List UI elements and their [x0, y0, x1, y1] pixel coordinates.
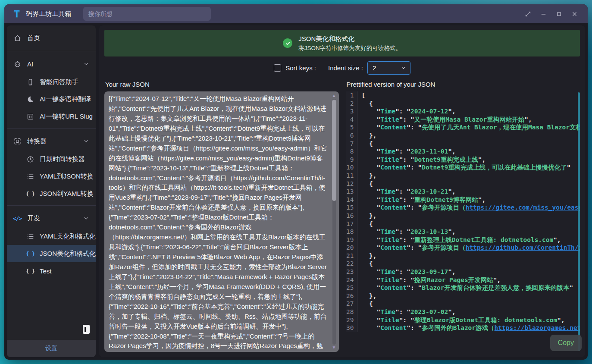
raw-json-scrollbar[interactable]: ▲ ▼	[331, 93, 337, 351]
code-url-link[interactable]: https://blazorgames.net/	[495, 324, 580, 331]
code-segment: ": "	[395, 268, 410, 275]
line-number: 3	[346, 107, 357, 116]
code-segment: Title	[380, 196, 399, 203]
code-segment: Title	[380, 317, 399, 323]
scroll-down-icon[interactable]: ▼	[332, 345, 337, 350]
code-content: },	[357, 132, 377, 140]
code-url-link[interactable]: https://gitee.com/miss_you/easy-admin	[466, 204, 580, 211]
main-content: JSON美化和格式化 将JSON字符串修饰为友好的可读格式。 Sort keys…	[99, 25, 585, 357]
sort-keys-checkbox[interactable]	[274, 64, 281, 72]
code-segment: {	[362, 180, 373, 187]
line-number: 14	[346, 196, 357, 204]
code-content: "Title": "又一轮使用Masa Blazor重构网站开始",	[357, 116, 532, 124]
sidebar-item-test[interactable]: { }Test	[7, 262, 96, 279]
copy-button[interactable]: Copy	[550, 335, 582, 351]
code-segment: Title	[380, 236, 399, 243]
code-content: "Title": "整理Blazor版Dotnet工具箱: dotnetools…	[357, 316, 565, 324]
code-line: 10 "Content": "Dotnet9重构完成上线，可以在此基础上慢慢优化…	[346, 163, 580, 172]
line-number: 24	[346, 276, 357, 284]
clock-icon	[26, 155, 34, 163]
sidebar-item-url-slug[interactable]: AI一键转URL Slug	[7, 108, 96, 125]
code-segment: ": "	[407, 284, 422, 291]
code-segment: "	[570, 284, 573, 291]
raw-json-input[interactable]: [{"Time":"2024-07-12","Title":"又一轮使用Masa…	[104, 91, 339, 352]
code-content: },	[357, 212, 377, 220]
code-line: 17 {	[346, 220, 580, 228]
code-segment: {	[362, 220, 373, 227]
sidebar-item-datetime-converter[interactable]: 日期时间转换器	[7, 151, 96, 168]
maximize-button[interactable]	[552, 7, 565, 20]
code-segment: ": "	[399, 116, 414, 123]
code-segment: "	[362, 244, 381, 251]
code-segment: Dotnet9重构完成上线，可以在此基础上慢慢优化了	[422, 164, 567, 171]
code-content: "Title": "Dotnet9重构完成上线",	[357, 156, 486, 164]
code-segment: 参考开源项目（	[422, 244, 466, 251]
scrollbar-thumb[interactable]	[332, 100, 336, 201]
translate-icon	[26, 95, 34, 104]
pretty-json-code[interactable]: 1[2 {3 "Time": "2024-07-12",4 "Title": "…	[346, 91, 580, 352]
sidebar-item-home[interactable]: 首页	[7, 28, 96, 48]
code-segment: Content	[380, 164, 407, 171]
code-segment: [	[362, 92, 366, 99]
app-logo-icon: T	[11, 8, 22, 19]
code-segment: 2023-07-02	[410, 308, 448, 315]
sidebar-group-converters[interactable]: 转换器	[7, 132, 96, 151]
indent-size-select[interactable]: 2	[367, 61, 410, 75]
sidebar-group-dev[interactable]: </>开发	[7, 209, 96, 228]
code-segment: Time	[380, 148, 395, 155]
line-number: 20	[346, 244, 357, 252]
code-segment: "	[362, 276, 381, 283]
sidebar-item-json-to-yaml[interactable]: { }JSON到YAML转换	[7, 185, 96, 202]
line-number: 17	[346, 220, 357, 228]
code-url-link[interactable]: https://github.com/CorentinTh/it-tools	[466, 244, 580, 251]
code-line: 6 },	[346, 132, 580, 140]
code-segment: Blazor开发前台体验还是差强人意，换回原来的版本	[422, 284, 569, 291]
pretty-json-scrollbar[interactable]	[578, 92, 580, 351]
code-line: 25 "Content": "Blazor开发前台体验还是差强人意，换回原来的版…	[346, 284, 580, 292]
close-icon	[571, 11, 578, 17]
code-line: 16 },	[346, 212, 580, 220]
sidebar-item-label: Test	[40, 267, 52, 275]
line-number: 16	[346, 212, 357, 220]
sidebar-item-yaml-prettify[interactable]: YAML美化和格式化	[7, 228, 96, 245]
line-number: 4	[346, 116, 357, 124]
code-lines: 1[2 {3 "Time": "2024-07-12",4 "Title": "…	[346, 91, 580, 332]
sidebar-divider	[7, 205, 96, 206]
fullscreen-button[interactable]	[521, 7, 534, 20]
format-controls: Sort keys : Indent size : 2	[104, 56, 580, 79]
maximize-icon	[556, 11, 562, 17]
sidebar-group-ai[interactable]: AI	[7, 54, 96, 73]
chevron-down-icon	[83, 138, 90, 144]
converter-icon	[13, 137, 22, 145]
code-segment: ": "	[399, 156, 414, 163]
scroll-up-icon[interactable]: ▲	[332, 94, 337, 98]
minimize-button[interactable]	[537, 7, 550, 20]
line-number: 19	[346, 236, 357, 244]
code-segment: Time	[380, 228, 395, 235]
sidebar-divider	[7, 128, 96, 129]
settings-button[interactable]: 设置	[7, 340, 96, 357]
code-icon: </>	[13, 214, 22, 223]
code-segment: ",	[557, 317, 564, 323]
sidebar-item-yaml-to-json[interactable]: YAML到JSON转换	[7, 168, 96, 185]
search-input[interactable]	[88, 10, 206, 17]
search-box[interactable]	[83, 7, 211, 21]
line-number: 9	[346, 156, 357, 164]
code-segment: ": "	[407, 324, 422, 331]
line-number: 11	[346, 172, 357, 180]
close-button[interactable]	[568, 7, 581, 20]
sidebar-divider	[7, 51, 96, 51]
code-line: 22 {	[346, 260, 580, 268]
sidebar-item-label: 智能问答助手	[40, 78, 78, 86]
line-number: 13	[346, 188, 357, 196]
code-segment: },	[362, 292, 377, 299]
window-controls	[521, 7, 581, 20]
sidebar-item-multilang-translate[interactable]: AI一键多语种翻译	[7, 91, 96, 108]
code-segment: },	[362, 212, 377, 219]
sidebar-item-qa-assistant[interactable]: 智能问答助手	[7, 73, 96, 91]
titlebar[interactable]: T 码界工坊工具箱	[4, 4, 588, 23]
sidebar-collapse-icon[interactable]	[83, 325, 90, 334]
json-panels: Your raw JSON [{"Time":"2024-07-12","Tit…	[104, 79, 580, 352]
code-segment: ": "	[395, 148, 410, 155]
sidebar-item-json-prettify[interactable]: { }JSON美化和格式化	[7, 245, 96, 262]
